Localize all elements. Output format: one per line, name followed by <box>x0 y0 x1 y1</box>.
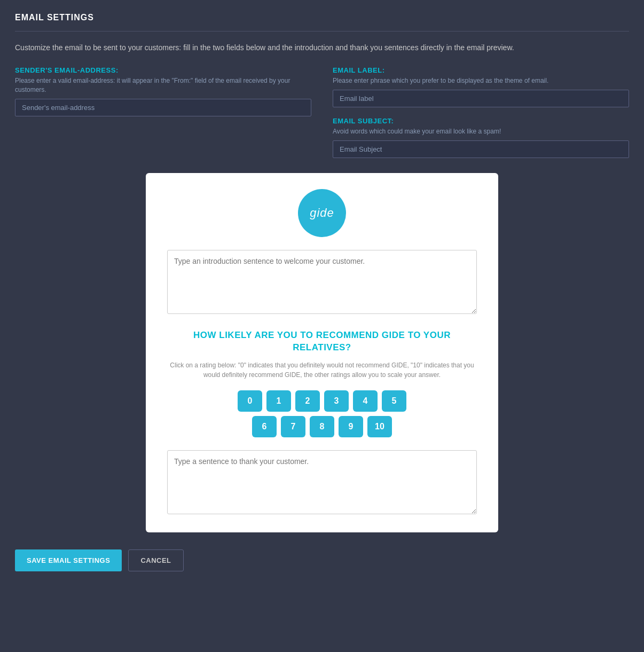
email-label-description: Please enter phrase which you prefer to … <box>333 76 629 85</box>
email-subject-group: EMAIL SUBJECT: Avoid words which could m… <box>333 117 629 158</box>
rating-btn-8[interactable]: 8 <box>310 416 334 437</box>
rating-btn-10[interactable]: 10 <box>367 416 392 437</box>
fields-row: SENDER'S EMAIL-ADDRESS: Please enter a v… <box>15 66 629 158</box>
sender-email-label: SENDER'S EMAIL-ADDRESS: <box>15 66 311 74</box>
logo-text: gide <box>310 206 334 220</box>
page-description: Customize the email to be sent to your c… <box>15 42 629 53</box>
rating-row-bottom: 6 7 8 9 10 <box>252 416 392 437</box>
email-subject-description: Avoid words which could make your email … <box>333 127 629 136</box>
rating-buttons: 0 1 2 3 4 5 6 7 8 9 10 <box>167 390 477 437</box>
rating-btn-0[interactable]: 0 <box>238 390 262 412</box>
logo-circle: gide <box>298 189 346 237</box>
rating-btn-4[interactable]: 4 <box>353 390 378 412</box>
email-subject-input[interactable] <box>333 140 629 158</box>
email-preview: gide HOW LIKELY ARE YOU TO RECOMMEND GID… <box>146 173 498 533</box>
page-title: EMAIL SETTINGS <box>15 13 629 22</box>
rating-btn-9[interactable]: 9 <box>339 416 363 437</box>
rating-btn-1[interactable]: 1 <box>266 390 291 412</box>
rating-row-top: 0 1 2 3 4 5 <box>238 390 406 412</box>
rating-description: Click on a rating below: "0" indicates t… <box>167 360 477 380</box>
rating-btn-6[interactable]: 6 <box>252 416 277 437</box>
rating-btn-2[interactable]: 2 <box>295 390 320 412</box>
intro-textarea[interactable] <box>167 250 477 314</box>
sender-email-input[interactable] <box>15 99 311 116</box>
recommend-title: HOW LIKELY ARE YOU TO RECOMMEND GIDE TO … <box>167 329 477 355</box>
right-fields-group: EMAIL LABEL: Please enter phrase which y… <box>333 66 629 158</box>
sender-email-description: Please enter a valid email-address: it w… <box>15 76 311 95</box>
sender-email-group: SENDER'S EMAIL-ADDRESS: Please enter a v… <box>15 66 311 158</box>
save-email-settings-button[interactable]: SAVE EMAIL SETTINGS <box>15 549 122 571</box>
email-subject-label: EMAIL SUBJECT: <box>333 117 629 125</box>
thank-textarea[interactable] <box>167 450 477 514</box>
rating-btn-3[interactable]: 3 <box>324 390 349 412</box>
rating-btn-7[interactable]: 7 <box>281 416 305 437</box>
rating-btn-5[interactable]: 5 <box>382 390 406 412</box>
logo-container: gide <box>167 189 477 237</box>
cancel-button[interactable]: CANCEL <box>128 549 183 571</box>
actions-row: SAVE EMAIL SETTINGS CANCEL <box>15 549 629 571</box>
divider <box>15 31 629 32</box>
email-label-input[interactable] <box>333 90 629 107</box>
email-label-group: EMAIL LABEL: Please enter phrase which y… <box>333 66 629 107</box>
email-label-label: EMAIL LABEL: <box>333 66 629 74</box>
